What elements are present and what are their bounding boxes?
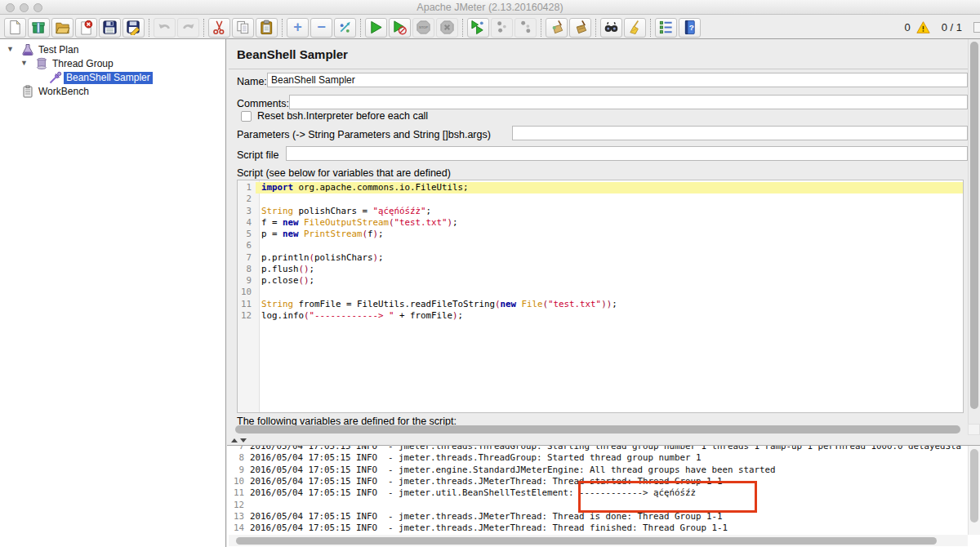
log-viewer[interactable]: 72016/05/04 17:05:15 INFO - jmeter.threa… — [227, 445, 980, 547]
tree-item-label[interactable]: BeanShell Sampler — [64, 72, 153, 84]
toolbar-separator — [541, 19, 541, 37]
test-plan-icon — [21, 43, 34, 56]
remote-shutdown-all-icon — [518, 20, 533, 35]
clear-icon — [549, 20, 564, 35]
search-reset-button[interactable] — [624, 18, 646, 38]
templates-icon — [31, 20, 47, 35]
title-separator — [229, 69, 977, 69]
beanshell-sampler-icon — [49, 71, 62, 84]
divider-collapse-up-icon[interactable] — [231, 438, 238, 442]
function-helper-button[interactable] — [655, 18, 677, 38]
log-line-number: 8 — [227, 452, 250, 464]
tree-item-label[interactable]: WorkBench — [36, 86, 91, 98]
remote-start-all-icon — [470, 20, 486, 35]
name-input[interactable] — [267, 73, 968, 87]
tree-item-test-plan[interactable]: ▼Test Plan — [0, 43, 225, 57]
toolbar: +−STOP? 0 0 / 1 — [0, 16, 980, 39]
test-plan-tree[interactable]: ▼Test Plan▼Thread GroupBeanShell Sampler… — [0, 39, 226, 547]
search-button[interactable] — [600, 18, 622, 38]
save-as-button[interactable] — [122, 18, 145, 38]
add-button[interactable]: + — [287, 18, 309, 38]
copy-button[interactable] — [232, 18, 254, 38]
log-line-text: 2016/05/04 17:05:15 INFO - jmeter.thread… — [250, 445, 968, 452]
start-no-pauses-icon — [392, 20, 408, 35]
help-button[interactable]: ? — [679, 18, 701, 38]
line-number: 11 — [238, 299, 256, 310]
script-editor[interactable]: 1import org.apache.commons.io.FileUtils;… — [237, 180, 964, 413]
clear-button[interactable] — [546, 18, 568, 38]
save-icon — [102, 20, 118, 35]
script-file-input[interactable] — [286, 146, 968, 161]
remote-shutdown-all-button — [514, 18, 537, 38]
toolbar-separator — [595, 19, 596, 37]
log-line-number: 7 — [227, 445, 250, 452]
script-line: 3String polishChars = "ąćęńóśźż"; — [238, 206, 963, 217]
tree-item-label[interactable]: Thread Group — [50, 58, 116, 70]
save-button[interactable] — [99, 18, 121, 38]
script-line: 4f = new FileOutputStream("test.txt"); — [238, 217, 963, 229]
open-button[interactable] — [51, 18, 74, 38]
beanshell-sampler-panel: BeanShell Sampler Name: Comments: Reset … — [227, 39, 980, 547]
svg-text:STOP: STOP — [419, 25, 428, 29]
thread-group-icon — [35, 57, 48, 70]
cut-button[interactable] — [208, 18, 230, 38]
tree-item-workbench[interactable]: WorkBench — [0, 85, 225, 99]
main-horizontal-scrollbar[interactable] — [229, 424, 967, 435]
line-number: 10 — [238, 287, 256, 298]
remote-start-all-button[interactable] — [467, 18, 489, 38]
line-number: 2 — [238, 193, 256, 205]
search-reset-icon — [627, 20, 643, 35]
expand-arrow-icon[interactable]: ▼ — [7, 45, 14, 53]
tree-item-label[interactable]: Test Plan — [36, 44, 81, 56]
annotation-rectangle — [578, 481, 757, 513]
help-icon: ? — [682, 20, 697, 35]
script-line: 11String fromFile = FileUtils.readFileTo… — [238, 299, 963, 310]
main-vertical-scrollbar[interactable] — [968, 39, 980, 424]
comments-input[interactable] — [289, 95, 968, 109]
log-line: 92016/05/04 17:05:15 INFO - jmeter.engin… — [227, 465, 968, 476]
tree-item-beanshell-sampler[interactable]: BeanShell Sampler — [0, 71, 225, 85]
comments-label: Comments: — [237, 98, 289, 109]
log-line-number: 12 — [227, 500, 250, 511]
toolbar-separator — [282, 19, 283, 37]
active-thread-count: 0 / 1 — [942, 21, 962, 33]
parameters-input[interactable] — [512, 126, 968, 140]
remove-icon: − — [314, 20, 329, 35]
script-line: 7p.println(polishChars); — [238, 252, 963, 264]
thread-indicator-box — [973, 22, 980, 33]
panel-title: BeanShell Sampler — [237, 47, 348, 61]
paste-button[interactable] — [256, 18, 278, 38]
tree-item-thread-group[interactable]: ▼Thread Group — [0, 57, 225, 71]
new-file-button[interactable] — [4, 18, 26, 38]
log-vertical-scrollbar[interactable] — [968, 446, 980, 535]
toolbar-separator — [462, 19, 463, 37]
warning-triangle-icon[interactable] — [916, 20, 930, 34]
script-code: p = new PrintStream(f); — [256, 229, 963, 240]
script-line: 2 — [238, 193, 963, 205]
toggle-button[interactable] — [334, 18, 356, 38]
toolbar-separator — [203, 19, 204, 37]
close-button[interactable] — [75, 18, 97, 38]
divider-collapse-down-icon[interactable] — [240, 438, 247, 442]
remove-button[interactable]: − — [310, 18, 332, 38]
log-horizontal-scrollbar[interactable] — [229, 535, 968, 546]
expand-arrow-icon[interactable]: ▼ — [20, 59, 28, 67]
start-button[interactable] — [365, 18, 387, 38]
templates-button[interactable] — [28, 18, 50, 38]
start-no-pauses-button[interactable] — [389, 18, 411, 38]
script-line: 12log.info("------------> " + fromFile); — [238, 310, 963, 322]
log-line-number: 11 — [227, 487, 250, 499]
reset-interpreter-checkbox[interactable] — [241, 111, 252, 122]
split-pane-divider[interactable] — [227, 435, 980, 445]
log-line: 142016/05/04 17:05:15 INFO - jmeter.thre… — [227, 523, 968, 534]
save-as-icon — [126, 20, 141, 35]
scrollbar-corner — [968, 424, 980, 435]
toolbar-status: 0 0 / 1 — [904, 16, 980, 39]
remote-stop-all-icon — [494, 20, 510, 35]
clear-all-button[interactable] — [569, 18, 591, 38]
script-label: Script (see below for variables that are… — [237, 167, 451, 179]
window-title: Apache JMeter (2.13.20160428) — [0, 0, 980, 15]
toggle-icon — [337, 20, 353, 35]
open-icon — [55, 20, 70, 35]
shutdown-button — [436, 18, 458, 38]
